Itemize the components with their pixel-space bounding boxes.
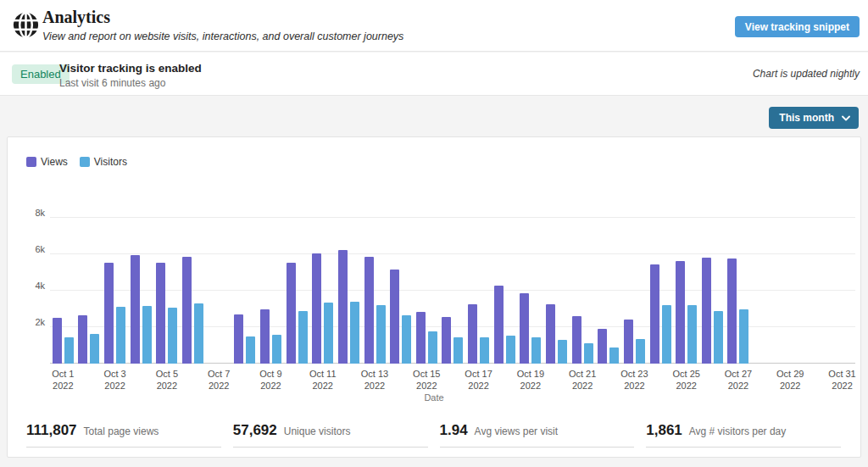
day-slot-oct-21: Oct 212022 (570, 206, 596, 364)
bar-visitors-oct-4[interactable] (142, 306, 152, 364)
page-title: Analytics (42, 8, 110, 27)
legend-item-visitors[interactable]: Visitors (80, 156, 127, 168)
status-title: Visitor tracking is enabled (59, 62, 202, 75)
bar-views-oct-15[interactable] (416, 312, 426, 364)
x-tick-label-oct-15: Oct 152022 (413, 368, 440, 392)
bar-views-oct-5[interactable] (156, 263, 165, 364)
day-slot-oct-2 (76, 206, 103, 364)
x-tick-label-oct-31: Oct 312022 (828, 368, 855, 392)
bar-views-oct-20[interactable] (546, 304, 555, 364)
day-slot-oct-14 (387, 206, 414, 364)
bar-visitors-oct-13[interactable] (376, 305, 386, 364)
day-slot-oct-30 (804, 206, 830, 364)
bar-visitors-oct-8[interactable] (246, 336, 255, 364)
day-slot-oct-17: Oct 172022 (465, 206, 492, 364)
bar-visitors-oct-12[interactable] (350, 302, 359, 364)
bar-visitors-oct-5[interactable] (168, 308, 177, 364)
stat-label: Total page views (84, 425, 159, 437)
stat-value: 1.94 (440, 422, 468, 439)
bar-visitors-oct-10[interactable] (298, 311, 308, 364)
bar-views-oct-4[interactable] (131, 255, 140, 364)
bar-views-oct-8[interactable] (234, 314, 243, 364)
legend-swatch-visitors (80, 157, 90, 167)
y-tick-label: 6k (30, 244, 45, 254)
bar-visitors-oct-21[interactable] (584, 343, 593, 364)
stat-avg-visitors-per-day: 1,861Avg # visitors per day (646, 422, 841, 448)
day-slot-oct-22 (595, 206, 621, 364)
bar-views-oct-12[interactable] (338, 250, 348, 364)
bar-views-oct-18[interactable] (494, 286, 504, 364)
y-tick-label: 2k (30, 317, 45, 327)
bar-visitors-oct-18[interactable] (506, 336, 515, 364)
bar-views-oct-17[interactable] (468, 304, 477, 364)
bar-visitors-oct-26[interactable] (714, 311, 723, 364)
day-slot-oct-19: Oct 192022 (518, 206, 544, 364)
y-tick-label: 4k (30, 281, 45, 291)
bar-visitors-oct-20[interactable] (558, 340, 567, 364)
bar-views-oct-13[interactable] (364, 257, 374, 364)
bar-visitors-oct-16[interactable] (453, 337, 463, 364)
bar-visitors-oct-17[interactable] (480, 337, 489, 364)
stat-avg-views-per-visit: 1.94Avg views per visit (440, 422, 635, 448)
bar-visitors-oct-19[interactable] (531, 337, 541, 364)
bar-views-oct-9[interactable] (260, 309, 270, 364)
bar-views-oct-25[interactable] (676, 261, 685, 364)
x-tick-label-oct-23: Oct 232022 (620, 368, 648, 392)
x-axis-title: Date (8, 392, 860, 403)
day-slot-oct-3: Oct 32022 (102, 206, 128, 364)
period-dropdown[interactable]: This month (769, 107, 859, 129)
x-tick-label-oct-29: Oct 292022 (776, 368, 804, 392)
stat-value: 57,692 (233, 422, 277, 439)
bar-visitors-oct-23[interactable] (636, 339, 645, 364)
day-slot-oct-4 (128, 206, 154, 364)
legend-item-views[interactable]: Views (26, 156, 68, 168)
chart-update-note: Chart is updated nightly (753, 68, 860, 80)
bar-visitors-oct-27[interactable] (739, 309, 748, 364)
bar-visitors-oct-1[interactable] (64, 337, 74, 364)
bar-visitors-oct-15[interactable] (428, 331, 437, 364)
day-slot-oct-25: Oct 252022 (673, 206, 699, 364)
day-slot-oct-31: Oct 312022 (829, 206, 855, 364)
x-tick-label-oct-9: Oct 92022 (259, 368, 281, 392)
bar-views-oct-14[interactable] (390, 270, 399, 364)
view-tracking-snippet-button[interactable]: View tracking snippet (735, 16, 860, 37)
day-slot-oct-28 (751, 206, 777, 364)
globe-icon (12, 11, 40, 39)
bar-views-oct-3[interactable] (104, 263, 114, 364)
bar-visitors-oct-2[interactable] (90, 334, 99, 364)
bar-views-oct-16[interactable] (442, 317, 451, 364)
day-slot-oct-11: Oct 112022 (309, 206, 336, 364)
stat-unique-visitors: 57,692Unique visitors (233, 422, 428, 448)
legend-label: Views (41, 156, 68, 168)
day-slot-oct-16 (440, 206, 466, 364)
summary-stats-row: 111,807Total page views57,692Unique visi… (26, 422, 841, 448)
bar-views-oct-11[interactable] (312, 253, 321, 364)
x-tick-label-oct-25: Oct 252022 (672, 368, 699, 392)
bar-visitors-oct-11[interactable] (324, 303, 333, 364)
bar-views-oct-24[interactable] (650, 264, 659, 364)
x-tick-label-oct-1: Oct 12022 (52, 368, 74, 392)
bar-views-oct-1[interactable] (53, 318, 62, 364)
bar-visitors-oct-22[interactable] (609, 347, 619, 364)
bar-views-oct-27[interactable] (727, 259, 737, 364)
bar-visitors-oct-3[interactable] (116, 307, 125, 364)
day-slot-oct-15: Oct 152022 (414, 206, 440, 364)
bar-views-oct-21[interactable] (572, 316, 581, 364)
bar-visitors-oct-14[interactable] (402, 315, 411, 364)
bar-visitors-oct-24[interactable] (662, 305, 671, 364)
day-slot-oct-6 (180, 206, 206, 364)
bar-views-oct-23[interactable] (624, 320, 633, 364)
bar-views-oct-2[interactable] (78, 315, 87, 364)
bar-visitors-oct-25[interactable] (687, 305, 697, 364)
bar-views-oct-26[interactable] (702, 258, 711, 364)
x-tick-label-oct-7: Oct 72022 (208, 368, 230, 392)
stat-label: Unique visitors (284, 425, 351, 437)
bar-visitors-oct-6[interactable] (194, 303, 203, 364)
bar-visitors-oct-9[interactable] (272, 335, 281, 364)
bar-views-oct-19[interactable] (520, 293, 529, 364)
status-last-visit: Last visit 6 minutes ago (59, 77, 165, 89)
bar-views-oct-22[interactable] (598, 329, 607, 364)
bar-views-oct-6[interactable] (182, 257, 192, 364)
day-slot-oct-20 (543, 206, 570, 364)
bar-views-oct-10[interactable] (287, 263, 296, 364)
